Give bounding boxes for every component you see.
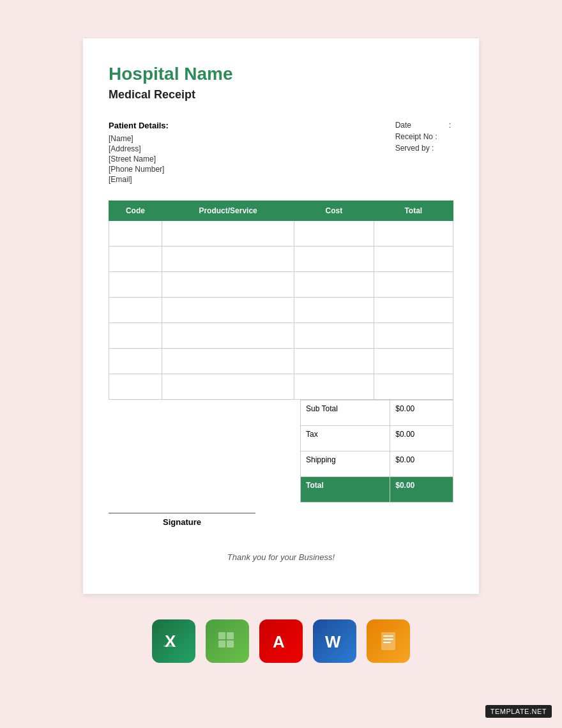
cell-code <box>109 349 162 374</box>
bottom-section: Signature <box>109 513 453 527</box>
info-section: Patient Details: [Name] [Address] [Stree… <box>109 121 453 185</box>
table-row <box>109 323 453 349</box>
signature-line <box>109 513 255 513</box>
table-row <box>109 349 453 374</box>
cell-total <box>374 272 453 298</box>
table-row <box>109 374 453 400</box>
cell-product <box>162 349 294 374</box>
cell-total <box>374 298 453 323</box>
signature-area: Signature <box>109 513 255 527</box>
patient-email: [Email] <box>109 175 169 184</box>
date-row: Date : <box>395 121 453 130</box>
svg-rect-3 <box>227 632 234 639</box>
hospital-name: Hospital Name <box>109 64 453 84</box>
thank-you-message: Thank you for your Business! <box>109 552 453 562</box>
total-label: Total <box>301 477 390 503</box>
totals-table: Sub Total $0.00 Tax $0.00 Shipping $0.00… <box>300 400 453 503</box>
receipt-document: Hospital Name Medical Receipt Patient De… <box>83 38 479 594</box>
cell-total <box>374 221 453 246</box>
excel-icon[interactable]: X <box>152 619 195 663</box>
patient-info: Patient Details: [Name] [Address] [Stree… <box>109 121 169 185</box>
cell-cost <box>294 323 374 349</box>
cell-code <box>109 221 162 246</box>
shipping-label: Shipping <box>301 451 390 477</box>
col-header-cost: Cost <box>294 201 374 221</box>
cell-code <box>109 246 162 272</box>
col-header-code: Code <box>109 201 162 221</box>
cell-code <box>109 323 162 349</box>
acrobat-icon[interactable]: A <box>259 619 303 663</box>
receipt-title: Medical Receipt <box>109 88 453 102</box>
svg-text:X: X <box>165 632 176 651</box>
svg-rect-8 <box>381 632 395 650</box>
tax-label: Tax <box>301 426 390 451</box>
col-header-product: Product/Service <box>162 201 294 221</box>
patient-address: [Address] <box>109 144 169 153</box>
receipt-no-row: Receipt No : <box>395 132 453 141</box>
served-by-row: Served by : <box>395 144 453 153</box>
app-icons-row: X A W <box>152 619 410 663</box>
cell-total <box>374 246 453 272</box>
receipt-no-label: Receipt No : <box>395 132 446 141</box>
template-badge: TEMPLATE.NET <box>485 705 552 718</box>
signature-label: Signature <box>109 517 255 527</box>
total-value: $0.00 <box>390 477 453 503</box>
cell-code <box>109 374 162 400</box>
table-row <box>109 221 453 246</box>
cell-product <box>162 323 294 349</box>
subtotal-row: Sub Total $0.00 <box>301 400 453 426</box>
items-table: Code Product/Service Cost Total <box>109 201 453 400</box>
cell-cost <box>294 298 374 323</box>
cell-cost <box>294 272 374 298</box>
cell-total <box>374 349 453 374</box>
cell-product <box>162 374 294 400</box>
tax-row: Tax $0.00 <box>301 426 453 451</box>
cell-cost <box>294 246 374 272</box>
subtotal-label: Sub Total <box>301 400 390 426</box>
tax-value: $0.00 <box>390 426 453 451</box>
svg-rect-9 <box>383 635 393 637</box>
cell-total <box>374 323 453 349</box>
receipt-info: Date : Receipt No : Served by : <box>395 121 453 185</box>
cell-cost <box>294 374 374 400</box>
table-row <box>109 272 453 298</box>
patient-details-label: Patient Details: <box>109 121 169 130</box>
svg-text:W: W <box>325 632 341 651</box>
cell-total <box>374 374 453 400</box>
svg-text:A: A <box>273 632 285 651</box>
cell-code <box>109 298 162 323</box>
svg-rect-10 <box>383 639 393 640</box>
svg-rect-5 <box>227 641 234 648</box>
numbers-icon[interactable] <box>206 619 249 663</box>
svg-rect-1 <box>163 645 174 647</box>
col-header-total: Total <box>374 201 453 221</box>
cell-product <box>162 298 294 323</box>
shipping-value: $0.00 <box>390 451 453 477</box>
shipping-row: Shipping $0.00 <box>301 451 453 477</box>
cell-cost <box>294 349 374 374</box>
cell-product <box>162 272 294 298</box>
pages-icon[interactable] <box>367 619 410 663</box>
patient-phone: [Phone Number] <box>109 165 169 174</box>
svg-rect-11 <box>383 642 391 643</box>
patient-name: [Name] <box>109 134 169 143</box>
cell-product <box>162 221 294 246</box>
svg-rect-4 <box>218 641 225 648</box>
cell-code <box>109 272 162 298</box>
patient-street: [Street Name] <box>109 155 169 163</box>
table-row <box>109 298 453 323</box>
date-colon: : <box>449 121 451 130</box>
svg-rect-2 <box>218 632 225 639</box>
cell-cost <box>294 221 374 246</box>
cell-product <box>162 246 294 272</box>
table-row <box>109 246 453 272</box>
served-by-label: Served by : <box>395 144 446 153</box>
date-label: Date <box>395 121 446 130</box>
total-row: Total $0.00 <box>301 477 453 503</box>
subtotal-value: $0.00 <box>390 400 453 426</box>
word-icon[interactable]: W <box>313 619 356 663</box>
